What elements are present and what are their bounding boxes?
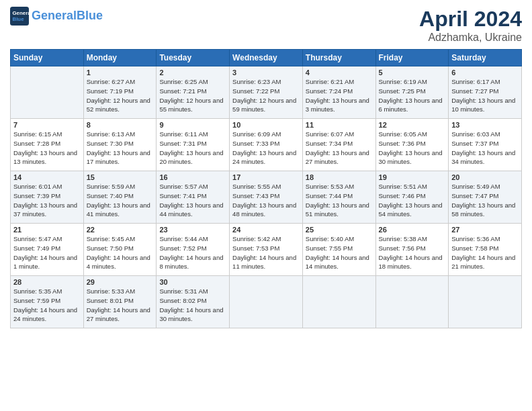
- day-info: Sunrise: 5:45 AM Sunset: 7:50 PM Dayligh…: [87, 234, 154, 271]
- header-cell-wednesday: Wednesday: [230, 50, 303, 66]
- day-cell: 9Sunrise: 6:11 AM Sunset: 7:31 PM Daylig…: [157, 119, 230, 171]
- day-cell: 26Sunrise: 5:38 AM Sunset: 7:56 PM Dayli…: [375, 224, 449, 276]
- day-number: 8: [87, 121, 154, 129]
- day-number: 11: [306, 121, 373, 129]
- header-cell-friday: Friday: [375, 50, 449, 66]
- day-cell: 10Sunrise: 6:09 AM Sunset: 7:33 PM Dayli…: [230, 119, 303, 171]
- day-number: 1: [87, 68, 154, 77]
- day-cell: 23Sunrise: 5:44 AM Sunset: 7:52 PM Dayli…: [157, 224, 230, 276]
- day-number: 6: [451, 68, 519, 77]
- day-number: 4: [306, 68, 373, 77]
- day-cell: 7Sunrise: 6:15 AM Sunset: 7:28 PM Daylig…: [11, 119, 84, 171]
- day-cell: 14Sunrise: 6:01 AM Sunset: 7:39 PM Dayli…: [11, 171, 84, 224]
- day-cell: 2Sunrise: 6:25 AM Sunset: 7:21 PM Daylig…: [157, 66, 230, 119]
- week-row-0: 1Sunrise: 6:27 AM Sunset: 7:19 PM Daylig…: [11, 66, 522, 119]
- logo: General Blue GeneralBlue: [10, 7, 103, 26]
- title-block: April 2024 Adzhamka, Ukraine: [419, 7, 522, 44]
- day-cell: 5Sunrise: 6:19 AM Sunset: 7:25 PM Daylig…: [375, 66, 449, 119]
- day-cell: 20Sunrise: 5:49 AM Sunset: 7:47 PM Dayli…: [449, 171, 522, 224]
- week-row-2: 14Sunrise: 6:01 AM Sunset: 7:39 PM Dayli…: [11, 171, 522, 224]
- location-subtitle: Adzhamka, Ukraine: [419, 32, 522, 44]
- week-row-3: 21Sunrise: 5:47 AM Sunset: 7:49 PM Dayli…: [11, 224, 522, 276]
- day-cell: 11Sunrise: 6:07 AM Sunset: 7:34 PM Dayli…: [302, 119, 375, 171]
- week-row-4: 28Sunrise: 5:35 AM Sunset: 7:59 PM Dayli…: [11, 276, 522, 328]
- day-info: Sunrise: 6:23 AM Sunset: 7:22 PM Dayligh…: [232, 77, 300, 114]
- day-cell: 21Sunrise: 5:47 AM Sunset: 7:49 PM Dayli…: [11, 224, 84, 276]
- day-info: Sunrise: 6:21 AM Sunset: 7:24 PM Dayligh…: [306, 77, 373, 114]
- day-cell: 1Sunrise: 6:27 AM Sunset: 7:19 PM Daylig…: [83, 66, 157, 119]
- day-info: Sunrise: 5:49 AM Sunset: 7:47 PM Dayligh…: [451, 182, 519, 219]
- day-info: Sunrise: 5:31 AM Sunset: 8:02 PM Dayligh…: [159, 287, 226, 324]
- day-info: Sunrise: 5:40 AM Sunset: 7:55 PM Dayligh…: [306, 234, 373, 271]
- logo-line2: Blue: [77, 9, 103, 22]
- day-cell: 3Sunrise: 6:23 AM Sunset: 7:22 PM Daylig…: [230, 66, 303, 119]
- logo-line1: General: [32, 9, 77, 22]
- day-info: Sunrise: 5:38 AM Sunset: 7:56 PM Dayligh…: [379, 234, 446, 271]
- day-cell: 4Sunrise: 6:21 AM Sunset: 7:24 PM Daylig…: [302, 66, 375, 119]
- day-info: Sunrise: 5:55 AM Sunset: 7:43 PM Dayligh…: [232, 182, 300, 219]
- day-info: Sunrise: 6:27 AM Sunset: 7:19 PM Dayligh…: [87, 77, 154, 114]
- day-number: 7: [13, 121, 81, 129]
- day-cell: 30Sunrise: 5:31 AM Sunset: 8:02 PM Dayli…: [157, 276, 230, 328]
- calendar-body: 1Sunrise: 6:27 AM Sunset: 7:19 PM Daylig…: [11, 66, 522, 328]
- day-number: 12: [379, 121, 446, 129]
- day-number: 17: [232, 173, 300, 181]
- day-info: Sunrise: 5:57 AM Sunset: 7:41 PM Dayligh…: [159, 182, 226, 219]
- day-cell: [449, 276, 522, 328]
- day-cell: 25Sunrise: 5:40 AM Sunset: 7:55 PM Dayli…: [302, 224, 375, 276]
- day-info: Sunrise: 6:09 AM Sunset: 7:33 PM Dayligh…: [232, 130, 300, 167]
- day-info: Sunrise: 5:44 AM Sunset: 7:52 PM Dayligh…: [159, 234, 226, 271]
- svg-text:General: General: [13, 10, 30, 16]
- header-cell-tuesday: Tuesday: [157, 50, 230, 66]
- day-info: Sunrise: 5:36 AM Sunset: 7:58 PM Dayligh…: [451, 234, 519, 271]
- day-number: 3: [232, 68, 300, 77]
- header-row: SundayMondayTuesdayWednesdayThursdayFrid…: [11, 50, 522, 66]
- day-info: Sunrise: 5:42 AM Sunset: 7:53 PM Dayligh…: [232, 234, 300, 271]
- day-cell: 24Sunrise: 5:42 AM Sunset: 7:53 PM Dayli…: [230, 224, 303, 276]
- day-info: Sunrise: 6:01 AM Sunset: 7:39 PM Dayligh…: [13, 182, 81, 219]
- day-info: Sunrise: 6:17 AM Sunset: 7:27 PM Dayligh…: [451, 77, 519, 114]
- day-number: 16: [159, 173, 226, 181]
- day-info: Sunrise: 6:15 AM Sunset: 7:28 PM Dayligh…: [13, 130, 81, 167]
- day-cell: [11, 66, 84, 119]
- header: General Blue GeneralBlue April 2024 Adzh…: [10, 7, 522, 44]
- day-info: Sunrise: 6:05 AM Sunset: 7:36 PM Dayligh…: [379, 130, 446, 167]
- header-cell-thursday: Thursday: [302, 50, 375, 66]
- day-cell: 13Sunrise: 6:03 AM Sunset: 7:37 PM Dayli…: [449, 119, 522, 171]
- calendar-table: SundayMondayTuesdayWednesdayThursdayFrid…: [10, 49, 522, 328]
- day-number: 29: [87, 278, 154, 286]
- day-cell: 22Sunrise: 5:45 AM Sunset: 7:50 PM Dayli…: [83, 224, 157, 276]
- day-info: Sunrise: 5:33 AM Sunset: 8:01 PM Dayligh…: [87, 287, 154, 324]
- day-info: Sunrise: 5:51 AM Sunset: 7:46 PM Dayligh…: [379, 182, 446, 219]
- day-number: 5: [379, 68, 446, 77]
- day-number: 27: [451, 226, 519, 234]
- day-number: 19: [379, 173, 446, 181]
- day-cell: 29Sunrise: 5:33 AM Sunset: 8:01 PM Dayli…: [83, 276, 157, 328]
- day-number: 9: [159, 121, 226, 129]
- header-cell-sunday: Sunday: [11, 50, 84, 66]
- day-cell: 27Sunrise: 5:36 AM Sunset: 7:58 PM Dayli…: [449, 224, 522, 276]
- day-cell: [230, 276, 303, 328]
- day-cell: 15Sunrise: 5:59 AM Sunset: 7:40 PM Dayli…: [83, 171, 157, 224]
- day-number: 13: [451, 121, 519, 129]
- day-cell: 18Sunrise: 5:53 AM Sunset: 7:44 PM Dayli…: [302, 171, 375, 224]
- logo-text: GeneralBlue: [32, 9, 103, 23]
- header-cell-monday: Monday: [83, 50, 157, 66]
- day-number: 25: [306, 226, 373, 234]
- day-info: Sunrise: 5:35 AM Sunset: 7:59 PM Dayligh…: [13, 287, 81, 324]
- day-info: Sunrise: 5:59 AM Sunset: 7:40 PM Dayligh…: [87, 182, 154, 219]
- calendar-container: General Blue GeneralBlue April 2024 Adzh…: [0, 0, 532, 335]
- week-row-1: 7Sunrise: 6:15 AM Sunset: 7:28 PM Daylig…: [11, 119, 522, 171]
- day-number: 24: [232, 226, 300, 234]
- month-title: April 2024: [419, 7, 522, 32]
- day-info: Sunrise: 6:07 AM Sunset: 7:34 PM Dayligh…: [306, 130, 373, 167]
- day-cell: 6Sunrise: 6:17 AM Sunset: 7:27 PM Daylig…: [449, 66, 522, 119]
- day-cell: 12Sunrise: 6:05 AM Sunset: 7:36 PM Dayli…: [375, 119, 449, 171]
- day-number: 26: [379, 226, 446, 234]
- day-cell: 19Sunrise: 5:51 AM Sunset: 7:46 PM Dayli…: [375, 171, 449, 224]
- day-number: 14: [13, 173, 81, 181]
- day-number: 10: [232, 121, 300, 129]
- day-info: Sunrise: 6:13 AM Sunset: 7:30 PM Dayligh…: [87, 130, 154, 167]
- day-info: Sunrise: 6:25 AM Sunset: 7:21 PM Dayligh…: [159, 77, 226, 114]
- day-number: 23: [159, 226, 226, 234]
